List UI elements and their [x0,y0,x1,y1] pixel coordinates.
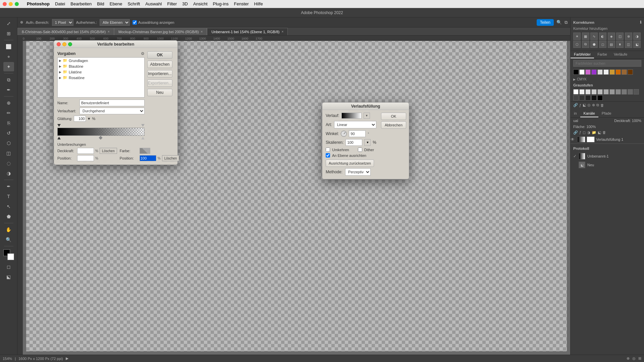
korrekturen-info[interactable]: ℹ [640,20,641,24]
aufn-bereich-select[interactable]: 1 Pixel [52,19,73,26]
midpoint-diamond[interactable] [99,136,102,139]
artboard-tool[interactable]: ⊞ [3,29,14,38]
menu-plugins[interactable]: Plug-ins [213,1,229,6]
name-input[interactable] [79,100,145,106]
vorgaben-blautone[interactable]: ▶ 📁 Blautöne [58,63,144,69]
link-icon[interactable]: 🔗 [573,103,578,107]
magic-wand-tool[interactable]: ✦ [3,62,14,71]
path-select[interactable]: ↖ [3,202,14,211]
background-color[interactable] [7,253,14,260]
korr-vibrance[interactable]: ◈ [608,33,615,40]
adjustment-icon[interactable]: ◑ [587,130,590,135]
dvf-art-select[interactable]: Linear [334,121,376,128]
menu-ansicht[interactable]: Ansicht [193,1,208,6]
g-swatch-3[interactable] [591,89,597,95]
tab-unbenannt[interactable]: Unbenannt-1 bei 154% (Ebene 1, RGB/8) × [207,28,288,35]
protokoll-item-neu[interactable]: ✓ ⬕ Neu [571,161,644,169]
g-swatch-13[interactable] [585,95,591,101]
zoom-tool[interactable]: 🔍 [3,235,14,244]
dvf-ausrichtung-btn[interactable]: Ausrichtung zurücksetzen [326,160,374,167]
swatch-dbrown[interactable] [628,69,633,75]
gradient-tool[interactable]: ◫ [3,148,14,158]
tab-christmas-sale[interactable]: 8-Christmas-Sale-800x600.psd bei 154% (R… [17,28,114,35]
vorgaben-list[interactable]: ▶ 📁 Grundlagen ▶ 📁 Blautöne ▶ 📁 Lilatöne [58,58,144,97]
tab-close-1[interactable]: × [108,30,110,34]
screen-mode[interactable]: ⬕ [3,272,14,282]
color-stop-left[interactable] [57,136,61,140]
verlaufe-abbrechen-btn[interactable]: Abbrechen [147,61,172,68]
dvf-umkehren-check[interactable] [326,147,330,152]
mac-close-btn[interactable] [3,2,7,6]
status-icon-2[interactable]: ◎ [632,356,636,361]
menu-datei[interactable]: Datei [55,1,65,6]
layer-row-gradient[interactable]: 👁 Verlaufsfüllung 1 [571,135,644,144]
quick-mask[interactable]: ◻ [3,262,14,272]
dvf-verlauf-dropdown[interactable]: ▼ [364,113,370,119]
verlaufsart-select[interactable]: Durchgehend [79,108,145,114]
swatch-brown[interactable] [622,69,627,75]
tab-close-2[interactable]: × [201,30,203,34]
swatch-white[interactable] [579,69,585,75]
tab-farbe[interactable]: Farbe [594,51,610,58]
camera-icon[interactable]: ◎ [587,103,591,107]
swatch-purple1[interactable] [585,69,591,75]
g-swatch-8[interactable] [622,89,627,95]
glattung-input[interactable] [74,116,86,122]
eyedropper-tool[interactable]: ✒ [3,85,14,95]
menu-bearbeiten[interactable]: Bearbeiten [70,1,92,6]
swatch-lgray[interactable] [597,69,603,75]
color-stop-right[interactable] [141,136,145,140]
tab-pfade[interactable]: Pfade [598,110,615,117]
g-swatch-14[interactable] [591,95,597,101]
color-picker[interactable] [3,249,14,260]
blur-tool[interactable]: ◌ [3,159,14,168]
korr-gradient-map[interactable]: ◫ [625,41,632,48]
g-swatch-12[interactable] [579,95,585,101]
dvf-gradient-thumb[interactable] [341,113,362,119]
g-swatch-0[interactable] [573,89,579,95]
korr-bw[interactable]: ◑ [633,33,641,40]
clone-tool[interactable]: ⎘ [3,118,14,128]
vorgaben-grundlagen[interactable]: ▶ 📁 Grundlagen [58,58,144,63]
g-swatch-1[interactable] [579,89,585,95]
status-icon-1[interactable]: ⊕ [627,356,630,361]
korr-exposure[interactable]: ◐ [599,33,606,40]
dlg-max-btn[interactable] [68,42,72,46]
swatch-purple2[interactable] [591,69,597,75]
mask-icon[interactable]: ◻ [583,130,586,135]
swatch-black[interactable] [573,69,579,75]
menu-filter[interactable]: Filter [167,1,177,6]
korr-colorbalance[interactable]: ⊕ [625,33,632,40]
new-layer-icon[interactable]: ⬕ [598,130,601,135]
deckkraft-loeschen-btn[interactable]: Löschen [100,148,117,154]
auswahl-checkbox[interactable] [132,19,137,26]
verlaufe-ok-btn[interactable]: OK [147,51,172,59]
new-icon[interactable]: ⬕ [583,103,586,107]
folder-icon2[interactable]: 📁 [592,130,596,135]
korr-threshold[interactable]: ⧭ [616,41,624,48]
korr-curves[interactable]: ∿ [590,33,598,40]
deckkraft-input[interactable] [77,148,94,154]
korr-colorlookup[interactable]: ⬟ [590,41,598,48]
dvf-skalieren-input[interactable] [345,139,362,146]
korr-selective[interactable]: ⬕ [633,41,641,48]
tab-farbfelder[interactable]: Farbfelder [571,51,594,58]
heal-tool[interactable]: ⊕ [3,98,14,108]
g-swatch-11[interactable] [573,95,579,101]
status-arrow[interactable]: ▶ [66,356,68,361]
menu-3d[interactable]: 3D [182,1,188,6]
farbfelder-search-input[interactable] [573,60,641,67]
korr-invert[interactable]: ◻ [599,41,606,48]
target-icon[interactable]: ⊕ [592,103,595,107]
move-tool[interactable]: ⤢ [3,19,14,28]
history-brush[interactable]: ↺ [3,128,14,138]
menu-auswahl[interactable]: Auswahl [145,1,162,6]
arrange-icon[interactable]: ⧉ [596,103,599,107]
glattung-arrow[interactable]: ▼ [87,117,91,121]
g-swatch-5[interactable] [603,89,609,95]
gradient-visual[interactable] [57,128,145,136]
layer-visibility[interactable]: 👁 [571,137,576,142]
swatch-orange[interactable] [615,69,621,75]
brush-tool[interactable]: ✏ [3,108,14,118]
swatch-vlgray[interactable] [603,69,609,75]
